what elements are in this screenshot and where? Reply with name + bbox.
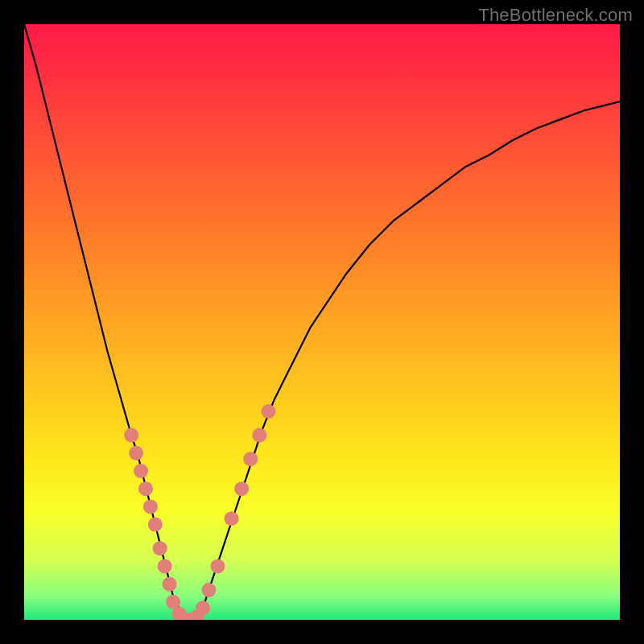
bottleneck-curve	[24, 24, 620, 620]
highlight-marker	[196, 601, 210, 615]
highlight-marker	[129, 446, 143, 460]
plot-area	[24, 24, 620, 620]
highlight-marker	[201, 583, 216, 597]
highlight-marker	[143, 499, 158, 514]
chart-frame: TheBottleneck.com	[0, 0, 644, 644]
highlight-marker	[234, 481, 249, 496]
highlight-marker	[211, 559, 225, 573]
highlight-marker	[138, 481, 153, 496]
highlight-marker	[225, 511, 239, 526]
highlight-marker	[243, 452, 258, 466]
highlight-marker	[252, 428, 266, 443]
highlight-marker	[158, 559, 172, 573]
highlight-marker	[124, 428, 138, 443]
highlight-marker	[134, 464, 148, 478]
highlight-marker	[163, 577, 177, 592]
highlight-marker	[153, 541, 167, 555]
chart-svg	[24, 24, 620, 620]
watermark-text: TheBottleneck.com	[478, 5, 633, 26]
highlight-marker	[148, 518, 163, 532]
highlight-marker	[261, 404, 275, 419]
